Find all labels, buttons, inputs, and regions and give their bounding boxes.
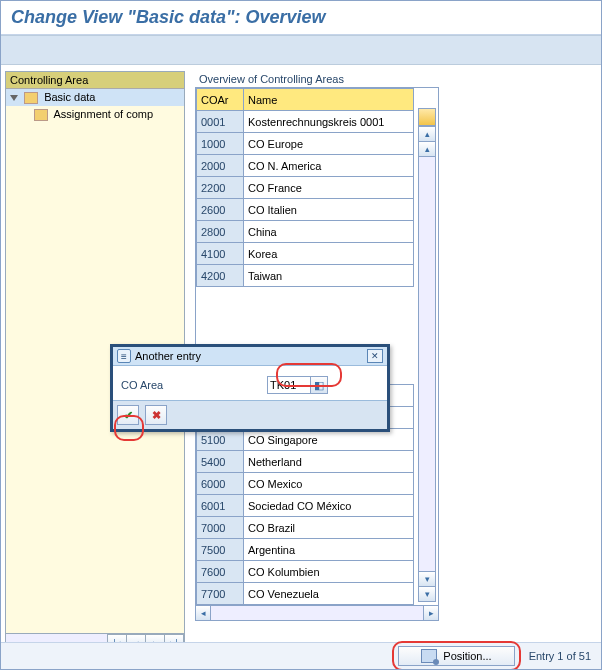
cell-name[interactable]: CO Italien xyxy=(244,199,414,221)
vertical-scrollbar[interactable]: ▴ ▴ ▾ ▾ xyxy=(418,126,436,602)
cell-code[interactable]: 2000 xyxy=(197,155,244,177)
tree-node-basic-data[interactable]: Basic data xyxy=(6,89,184,106)
cancel-button[interactable]: ✖ xyxy=(145,405,167,425)
column-header-code[interactable]: COAr xyxy=(197,89,244,111)
horizontal-scrollbar[interactable]: ◂ ▸ xyxy=(196,605,438,620)
tree-header: Controlling Area xyxy=(6,72,184,89)
folder-icon xyxy=(34,109,48,121)
scroll-down-button[interactable]: ▾ xyxy=(419,586,435,601)
column-header-name[interactable]: Name xyxy=(244,89,414,111)
cell-name[interactable]: Kostenrechnungskreis 0001 xyxy=(244,111,414,133)
value-help-icon[interactable]: ◧ xyxy=(310,377,327,393)
cell-code[interactable]: 2600 xyxy=(197,199,244,221)
table-row[interactable]: 7500Argentina xyxy=(197,539,414,561)
cell-code[interactable]: 7700 xyxy=(197,583,244,605)
cell-name[interactable]: Argentina xyxy=(244,539,414,561)
table-row[interactable]: 6001Sociedad CO México xyxy=(197,495,414,517)
application-toolbar xyxy=(1,35,601,65)
cross-icon: ✖ xyxy=(152,409,161,422)
scroll-up-button[interactable]: ▴ xyxy=(419,127,435,142)
position-icon xyxy=(421,649,437,663)
list-caption: Overview of Controlling Areas xyxy=(195,71,439,87)
dialog-title: Another entry xyxy=(135,350,201,362)
co-area-input[interactable] xyxy=(268,378,310,392)
table-row[interactable]: 2000CO N. America xyxy=(197,155,414,177)
co-area-field-wrapper: ◧ xyxy=(267,376,328,394)
cell-name[interactable]: CO France xyxy=(244,177,414,199)
dialog-footer: ✔ ✖ xyxy=(113,400,387,429)
cell-code[interactable]: 7500 xyxy=(197,539,244,561)
co-area-label: CO Area xyxy=(121,379,261,391)
cell-code[interactable]: 4100 xyxy=(197,243,244,265)
tree-node-label: Basic data xyxy=(44,91,95,103)
scroll-left-button[interactable]: ◂ xyxy=(196,606,211,620)
scroll-down-button[interactable]: ▾ xyxy=(419,571,435,586)
table-row[interactable]: 4200Taiwan xyxy=(197,265,414,287)
folder-open-icon xyxy=(24,92,38,104)
cell-name[interactable]: CO Venezuela xyxy=(244,583,414,605)
another-entry-dialog: ≡ Another entry ✕ CO Area ◧ ✔ xyxy=(110,344,390,432)
table-row[interactable]: 5400Netherland xyxy=(197,451,414,473)
cell-code[interactable]: 2200 xyxy=(197,177,244,199)
cell-code[interactable]: 1000 xyxy=(197,133,244,155)
entry-counter: Entry 1 of 51 xyxy=(529,650,591,662)
table-row[interactable]: 7000CO Brazil xyxy=(197,517,414,539)
cell-name[interactable]: CO Europe xyxy=(244,133,414,155)
checkmark-icon: ✔ xyxy=(124,409,133,422)
table-header-row: COAr Name xyxy=(197,89,414,111)
page-title: Change View "Basic data": Overview xyxy=(1,1,601,35)
expand-icon[interactable] xyxy=(10,95,18,101)
table-row[interactable]: 6000CO Mexico xyxy=(197,473,414,495)
table-row[interactable]: 4100Korea xyxy=(197,243,414,265)
cell-name[interactable]: CO N. America xyxy=(244,155,414,177)
cell-name[interactable]: CO Mexico xyxy=(244,473,414,495)
cell-name[interactable]: Netherland xyxy=(244,451,414,473)
table-row[interactable]: 2800China xyxy=(197,221,414,243)
column-config-button[interactable] xyxy=(418,108,436,126)
cell-code[interactable]: 7600 xyxy=(197,561,244,583)
scroll-right-button[interactable]: ▸ xyxy=(423,606,438,620)
tree-node-label: Assignment of comp xyxy=(53,108,153,120)
cell-code[interactable]: 6001 xyxy=(197,495,244,517)
table-row[interactable]: 0001Kostenrechnungskreis 0001 xyxy=(197,111,414,133)
cell-code[interactable]: 2800 xyxy=(197,221,244,243)
status-bar: Position... Entry 1 of 51 xyxy=(1,642,601,669)
cell-name[interactable]: Taiwan xyxy=(244,265,414,287)
cell-code[interactable]: 0001 xyxy=(197,111,244,133)
table-row[interactable]: 2600CO Italien xyxy=(197,199,414,221)
cell-name[interactable]: China xyxy=(244,221,414,243)
dialog-titlebar: ≡ Another entry ✕ xyxy=(113,347,387,366)
tree-node-assignment[interactable]: Assignment of comp xyxy=(6,106,184,123)
position-button[interactable]: Position... xyxy=(398,646,514,666)
table-row[interactable]: 7700CO Venezuela xyxy=(197,583,414,605)
cell-code[interactable]: 6000 xyxy=(197,473,244,495)
cell-name[interactable]: CO Brazil xyxy=(244,517,414,539)
cell-code[interactable]: 7000 xyxy=(197,517,244,539)
cell-name[interactable]: CO Kolumbien xyxy=(244,561,414,583)
cell-name[interactable]: Sociedad CO México xyxy=(244,495,414,517)
table-row[interactable]: 1000CO Europe xyxy=(197,133,414,155)
table-row[interactable]: 2200CO France xyxy=(197,177,414,199)
dialog-menu-icon[interactable]: ≡ xyxy=(117,349,131,363)
cell-code[interactable]: 5400 xyxy=(197,451,244,473)
table-row[interactable]: 7600CO Kolumbien xyxy=(197,561,414,583)
scroll-up-button[interactable]: ▴ xyxy=(419,142,435,157)
confirm-button[interactable]: ✔ xyxy=(117,405,139,425)
position-button-label: Position... xyxy=(443,650,491,662)
close-icon[interactable]: ✕ xyxy=(367,349,383,363)
cell-code[interactable]: 4200 xyxy=(197,265,244,287)
cell-name[interactable]: Korea xyxy=(244,243,414,265)
